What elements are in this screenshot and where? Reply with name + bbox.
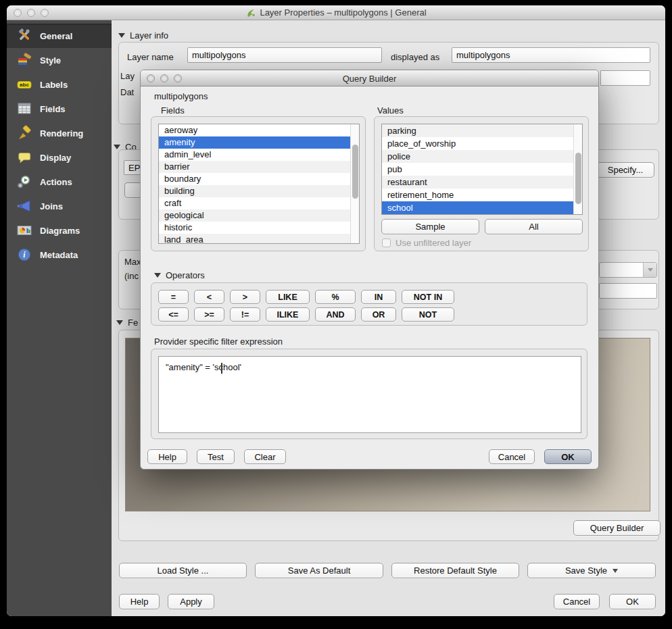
value-list-item[interactable]: school [382, 201, 582, 214]
zoom-button[interactable] [41, 9, 49, 17]
qb-cancel-button[interactable]: Cancel [489, 449, 535, 464]
field-list-item[interactable]: aeroway [159, 124, 359, 136]
field-list-item[interactable]: building [159, 185, 359, 197]
layer-name-input[interactable]: multipolygons [187, 47, 382, 63]
close-button[interactable] [14, 9, 22, 17]
qb-help-button[interactable]: Help [147, 449, 187, 464]
sidebar-item-fields[interactable]: Fields [7, 97, 112, 121]
field-list-item[interactable]: land_area [159, 234, 359, 244]
scrollbar-thumb[interactable] [575, 153, 581, 204]
disclosure-triangle-icon [154, 273, 161, 278]
fields-list: aerowayamenityadmin_levelbarrierboundary… [158, 124, 360, 244]
operator-button[interactable]: != [230, 307, 260, 322]
sidebar-item-label: Metadata [40, 250, 78, 260]
speech-bubble-icon [16, 149, 33, 166]
layer-info-header[interactable]: Layer info [118, 30, 168, 41]
fields-scrollbar [350, 124, 359, 243]
sidebar-item-general[interactable]: General [7, 24, 112, 48]
load-style-button[interactable]: Load Style ... [119, 563, 247, 578]
max-scale-label-fragment: Max [124, 257, 141, 267]
close-button[interactable] [147, 74, 155, 82]
paintbrush-icon [16, 51, 33, 69]
dialog-layer-name: multipolygons [154, 91, 208, 101]
sidebar-item-actions[interactable]: Actions [7, 170, 112, 194]
value-list-item[interactable]: police [382, 150, 582, 163]
minimize-button[interactable] [160, 74, 168, 82]
minimize-button[interactable] [27, 9, 35, 17]
save-as-default-button[interactable]: Save As Default [255, 563, 383, 578]
feature-subset-header-fragment[interactable]: Fe [116, 318, 138, 328]
sidebar-item-label: Diagrams [40, 226, 80, 236]
apply-button[interactable]: Apply [168, 594, 214, 609]
field-list-item[interactable]: amenity [159, 136, 359, 149]
layer-source-input-fragment[interactable] [600, 70, 650, 86]
sidebar-item-label: Style [40, 55, 61, 66]
save-style-button[interactable]: Save Style [527, 563, 656, 578]
ok-button[interactable]: OK [609, 594, 656, 609]
qb-clear-button[interactable]: Clear [244, 449, 286, 464]
qb-ok-button[interactable]: OK [544, 449, 592, 464]
operator-button[interactable]: ILIKE [266, 307, 310, 322]
value-list-item[interactable]: parking [382, 124, 582, 137]
sidebar-item-display[interactable]: Display [7, 145, 112, 170]
info-icon: i [16, 246, 33, 263]
operator-button[interactable]: NOT [402, 307, 454, 322]
datasource-label-fragment: Dat [120, 87, 134, 97]
query-builder-dialog: Query Builder multipolygons Fields Value… [140, 70, 599, 470]
qb-test-button[interactable]: Test [197, 449, 235, 464]
sidebar-item-joins[interactable]: Joins [7, 194, 112, 218]
scale-combobox-fragment[interactable] [599, 262, 657, 278]
field-list-item[interactable]: historic [159, 222, 359, 234]
operator-button[interactable]: NOT IN [402, 290, 454, 304]
value-list-item[interactable]: pub [382, 163, 582, 176]
fields-label: Fields [161, 105, 185, 116]
specify-button[interactable]: Specify... [596, 162, 654, 178]
field-list-item[interactable]: barrier [159, 161, 359, 173]
operator-button[interactable]: AND [315, 307, 356, 322]
sidebar-item-diagrams[interactable]: Diagrams [7, 218, 112, 243]
operator-button[interactable]: >= [194, 307, 224, 322]
operator-button[interactable]: < [194, 290, 224, 304]
sidebar-item-style[interactable]: Style [7, 48, 112, 72]
value-list-item[interactable]: retirement_home [382, 188, 582, 201]
expression-textarea[interactable]: "amenity" = 'school' [158, 356, 581, 433]
scale-input-fragment[interactable] [599, 283, 657, 299]
values-group: parkingplace_of_worshippolicepubrestaura… [374, 116, 589, 251]
value-list-item[interactable]: place_of_worship [382, 137, 582, 150]
value-list-item[interactable]: restaurant [382, 176, 582, 188]
layer-properties-window: Layer Properties – multipolygons | Gener… [7, 5, 665, 616]
operators-header[interactable]: Operators [154, 270, 205, 280]
sidebar-item-label: Fields [40, 104, 66, 114]
operator-button[interactable]: LIKE [266, 290, 310, 304]
operator-button[interactable]: <= [158, 307, 189, 322]
operator-button[interactable]: = [158, 290, 189, 304]
zoom-button[interactable] [174, 74, 182, 82]
sidebar-item-labels[interactable]: abc Labels [7, 72, 112, 97]
field-list-item[interactable]: craft [159, 197, 359, 209]
query-builder-button[interactable]: Query Builder [573, 520, 661, 536]
sample-button[interactable]: Sample [381, 219, 479, 234]
sidebar-item-label: General [40, 31, 72, 41]
window-title: Layer Properties – multipolygons | Gener… [7, 7, 665, 18]
sidebar-item-rendering[interactable]: Rendering [7, 121, 112, 145]
cancel-button[interactable]: Cancel [554, 594, 600, 609]
displayed-as-input[interactable]: multipolygons [452, 47, 650, 63]
all-button[interactable]: All [485, 219, 583, 234]
operator-button[interactable]: % [315, 290, 356, 304]
operator-button[interactable]: > [230, 290, 260, 304]
expression-label: Provider specific filter expression [154, 336, 283, 347]
field-list-item[interactable]: admin_level [159, 149, 359, 161]
restore-default-style-button[interactable]: Restore Default Style [391, 563, 519, 578]
operator-button[interactable]: OR [361, 307, 396, 322]
field-list-item[interactable]: geological [159, 209, 359, 222]
chevron-down-icon [613, 569, 618, 573]
window-titlebar: Layer Properties – multipolygons | Gener… [7, 5, 665, 20]
sidebar-item-metadata[interactable]: i Metadata [7, 243, 112, 267]
field-list-item[interactable]: boundary [159, 173, 359, 185]
operator-button[interactable]: IN [361, 290, 396, 304]
abc-label-icon: abc [16, 76, 33, 93]
sidebar: General Style abc Labels [7, 20, 112, 616]
values-scrollbar [573, 124, 582, 214]
help-button[interactable]: Help [119, 594, 160, 609]
scrollbar-thumb[interactable] [352, 145, 358, 199]
